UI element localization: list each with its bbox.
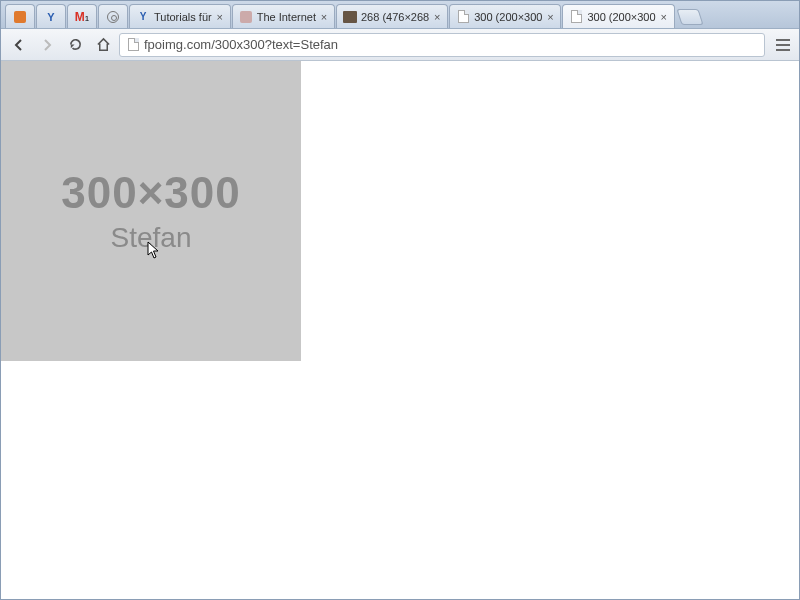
reload-icon — [68, 37, 83, 52]
close-icon[interactable]: × — [544, 11, 556, 23]
gmail-icon: M1 — [75, 11, 89, 23]
address-bar[interactable]: fpoimg.com/300x300?text=Stefan — [119, 33, 765, 57]
orange-square-icon — [14, 11, 26, 23]
tab-strip: Y M1 Y Tutorials für × The Internet × 26… — [1, 1, 799, 29]
doc-icon — [569, 10, 583, 24]
page-viewport: 300×300 Stefan — [1, 61, 799, 599]
tab-300-a[interactable]: 300 (200×300 × — [449, 4, 561, 28]
close-icon[interactable]: × — [318, 11, 330, 23]
browser-window: Y M1 Y Tutorials für × The Internet × 26… — [0, 0, 800, 600]
toolbar: fpoimg.com/300x300?text=Stefan — [1, 29, 799, 61]
home-button[interactable] — [91, 33, 115, 57]
tab-label: 300 (200×300 — [474, 11, 542, 23]
page-icon — [126, 38, 140, 52]
new-tab-button[interactable] — [676, 9, 703, 25]
menu-button[interactable] — [773, 35, 793, 55]
tab-tutorials[interactable]: Y Tutorials für × — [129, 4, 231, 28]
close-icon[interactable]: × — [214, 11, 226, 23]
close-icon[interactable]: × — [658, 11, 670, 23]
pinned-tab-1[interactable] — [5, 4, 35, 28]
hamburger-icon — [776, 39, 790, 41]
doc-icon — [456, 10, 470, 24]
placeholder-image: 300×300 Stefan — [1, 61, 301, 361]
placeholder-dimensions: 300×300 — [61, 168, 241, 218]
pinned-tab-3[interactable]: M1 — [67, 4, 97, 28]
pinned-tab-2[interactable]: Y — [36, 4, 66, 28]
url-text: fpoimg.com/300x300?text=Stefan — [144, 37, 338, 52]
tab-label: 300 (200×300 — [587, 11, 655, 23]
tab-label: 268 (476×268 — [361, 11, 429, 23]
tab-label: Tutorials für — [154, 11, 212, 23]
placeholder-text: Stefan — [111, 222, 192, 254]
home-icon — [96, 37, 111, 52]
pinned-tab-4[interactable] — [98, 4, 128, 28]
forward-button[interactable] — [35, 33, 59, 57]
yoast-icon: Y — [136, 10, 150, 24]
arrow-right-icon — [39, 37, 55, 53]
thumb-icon — [343, 10, 357, 24]
tab-268[interactable]: 268 (476×268 × — [336, 4, 448, 28]
back-button[interactable] — [7, 33, 31, 57]
tab-internet[interactable]: The Internet × — [232, 4, 335, 28]
close-icon[interactable]: × — [431, 11, 443, 23]
tab-label: The Internet — [257, 11, 316, 23]
pinned-tabs: Y M1 — [5, 4, 129, 28]
tab-300-b[interactable]: 300 (200×300 × — [562, 4, 674, 28]
circle-icon — [107, 11, 119, 23]
arrow-left-icon — [11, 37, 27, 53]
head-icon — [239, 10, 253, 24]
yoast-icon: Y — [47, 11, 54, 23]
reload-button[interactable] — [63, 33, 87, 57]
